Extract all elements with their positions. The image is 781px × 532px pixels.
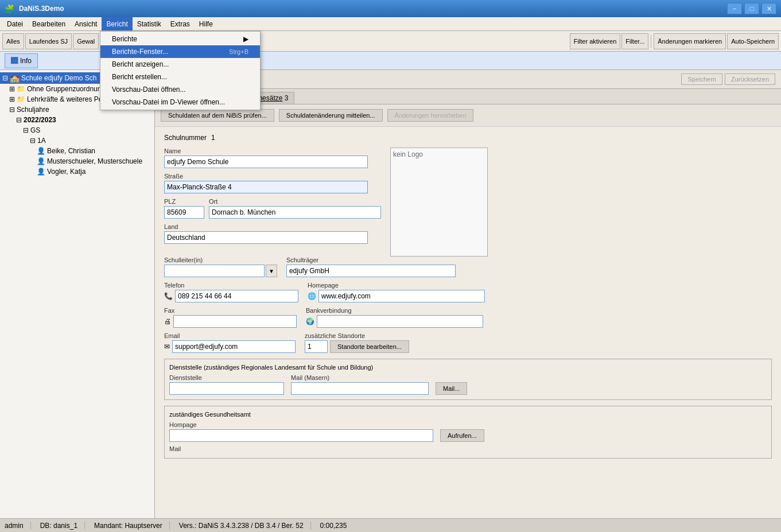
- gesundheitsamt-homepage-group: Hompage: [169, 421, 433, 442]
- person-icon2: 👤: [37, 157, 45, 165]
- menu-bericht[interactable]: Bericht: [102, 17, 132, 30]
- gesundheitsamt-mail-group: Mail: [169, 445, 767, 452]
- homepage-label: Homepage: [308, 282, 485, 289]
- name-row: Name: [164, 147, 381, 168]
- logo-box: kein Logo: [390, 147, 488, 257]
- person-icon3: 👤: [37, 168, 45, 176]
- maximize-button[interactable]: □: [744, 3, 759, 14]
- dienststelle-label: Dienststelle: [169, 374, 284, 381]
- dropdown-item-dviewer[interactable]: Vorschau-Datei im D-Viewer öffnen...: [100, 96, 260, 108]
- schulleiter-input[interactable]: [164, 265, 265, 277]
- bank-input[interactable]: [317, 315, 483, 328]
- menu-statistik[interactable]: Statistik: [133, 17, 166, 30]
- telefon-label: Telefon: [164, 282, 298, 289]
- filter-btn[interactable]: Filter...: [621, 33, 648, 49]
- sidebar-item-label-vogler: Vogler, Katja: [47, 168, 86, 176]
- strasse-label: Straße: [164, 173, 381, 180]
- logo-text: kein Logo: [393, 150, 423, 158]
- dropdown-item-vorschau[interactable]: Vorschau-Datei öffnen...: [100, 83, 260, 96]
- homepage-field: 🌐: [308, 290, 485, 302]
- aenderungen-hervorheben-btn[interactable]: Änderungen hervorheben: [387, 109, 474, 122]
- dropdown-label-dviewer: Vorschau-Datei im D-Viewer öffnen...: [112, 98, 225, 106]
- land-row: Land: [164, 223, 381, 244]
- name-group: Name Straße PLZ: [164, 147, 381, 257]
- status-bar: admin DB: danis_1 Mandant: Hauptserver V…: [0, 518, 781, 532]
- window-controls: − □ ✕: [727, 3, 776, 14]
- schuldaten-mitteilen-btn[interactable]: Schuldatenänderung mitteilen...: [279, 109, 383, 122]
- info-button[interactable]: 🅰 Info: [5, 53, 38, 68]
- aufrufen-btn[interactable]: Aufrufen...: [440, 429, 484, 442]
- aenderungen-markieren-btn[interactable]: Änderungen markieren: [654, 33, 726, 49]
- toolbar-alles[interactable]: Alles: [2, 33, 24, 49]
- sidebar-item-label-1a: 1A: [37, 137, 46, 145]
- strasse-input[interactable]: [164, 181, 368, 193]
- save-button[interactable]: Speichern: [681, 73, 722, 85]
- toolbar-laufendes[interactable]: Laufendes SJ: [25, 33, 72, 49]
- sidebar-item-gs[interactable]: ⊟ GS: [0, 125, 154, 135]
- email-group: Email ✉: [164, 332, 296, 353]
- mail-masern-input[interactable]: [291, 382, 429, 395]
- dienststelle-row: Dienststelle Mail (Masern) Mail...: [169, 374, 767, 395]
- dropdown-label-fenster: Berichte-Fenster...: [112, 48, 168, 56]
- menu-ansicht[interactable]: Ansicht: [70, 17, 102, 30]
- telefon-input[interactable]: [175, 290, 298, 302]
- land-input[interactable]: [164, 231, 368, 244]
- dropdown-item-anzeigen[interactable]: Bericht anzeigen...: [100, 58, 260, 71]
- ort-input[interactable]: [209, 206, 381, 219]
- header-buttons: Speichern Zurücksetzen: [681, 73, 775, 85]
- menu-bearbeiten[interactable]: Bearbeiten: [28, 17, 70, 30]
- reset-button[interactable]: Zurücksetzen: [725, 73, 775, 85]
- fax-input[interactable]: [173, 315, 297, 328]
- menu-bar: Datei Bearbeiten Ansicht Bericht Statist…: [0, 17, 781, 31]
- menu-hilfe[interactable]: Hilfe: [195, 17, 217, 30]
- sidebar-item-2022[interactable]: ⊟ 2022/2023: [0, 115, 154, 125]
- dropdown-item-erstellen[interactable]: Bericht erstellen...: [100, 71, 260, 83]
- telefon-field: 📞: [164, 290, 298, 302]
- sidebar-item-muster[interactable]: 👤 Musterschueler, Musterschuele: [0, 156, 154, 166]
- expand-icon4: ⊟: [16, 116, 22, 124]
- dropdown-label-anzeigen: Bericht anzeigen...: [112, 60, 169, 68]
- dropdown-label-berichte: Berichte: [112, 35, 137, 43]
- dropdown-item-fenster[interactable]: Berichte-Fenster... Strg+B: [100, 45, 260, 58]
- fax-label: Fax: [164, 307, 297, 314]
- toolbar-gewal[interactable]: Gewal: [73, 33, 99, 49]
- bank-label: Bankverbindung: [306, 307, 483, 314]
- bank-icon: 🌍: [306, 317, 314, 325]
- telefon-homepage-row: Telefon 📞 Homepage 🌐: [164, 282, 772, 302]
- mail-masern-group: Mail (Masern): [291, 374, 429, 395]
- schuldaten-pruefen-btn[interactable]: Schuldaten auf dem NiBiS prüfen...: [161, 109, 274, 122]
- homepage-input[interactable]: [318, 290, 485, 302]
- dienststelle-box: Dienststelle (zuständiges Regionales Lan…: [164, 359, 772, 400]
- status-mandant: Mandant: Hauptserver: [94, 522, 170, 530]
- expand-icon5: ⊟: [23, 126, 29, 134]
- minimize-button[interactable]: −: [727, 3, 742, 14]
- schulleiter-dropdown-btn[interactable]: ▼: [266, 265, 277, 277]
- dienststelle-input[interactable]: [169, 382, 284, 395]
- filter-aktivieren-btn[interactable]: Filter aktivieren: [570, 33, 621, 49]
- schulnummer-row: Schulnummer 1: [164, 134, 772, 142]
- email-input[interactable]: [172, 340, 296, 353]
- name-input[interactable]: [164, 156, 368, 168]
- gesundheitsamt-box: zuständiges Gesundheitsamt Hompage Aufru…: [164, 406, 772, 459]
- sidebar-item-vogler[interactable]: 👤 Vogler, Katja: [0, 166, 154, 177]
- fax-bank-row: Fax 🖨 Bankverbindung 🌍: [164, 307, 772, 328]
- plz-input[interactable]: [164, 206, 204, 219]
- main-layout: ⊟ 🏫 Schule edjufy Demo Sch ⊞ 📁 Ohne Grup…: [0, 70, 781, 518]
- email-icon: ✉: [164, 343, 170, 351]
- telefon-group: Telefon 📞: [164, 282, 298, 302]
- mail-btn[interactable]: Mail...: [436, 382, 467, 395]
- standorte-bearbeiten-btn[interactable]: Standorte bearbeiten...: [330, 340, 409, 353]
- school-icon: ⊟: [2, 74, 8, 82]
- standorte-input[interactable]: [305, 340, 328, 353]
- sidebar-item-1a[interactable]: ⊟ 1A: [0, 135, 154, 146]
- separator5: [651, 34, 651, 48]
- dropdown-item-berichte[interactable]: Berichte ▶: [100, 33, 260, 45]
- auto-speichern-btn[interactable]: Auto-Speichern: [727, 33, 779, 49]
- schultraeger-input[interactable]: [286, 265, 456, 277]
- gesundheitsamt-homepage-input[interactable]: [169, 429, 433, 442]
- dropdown-label-erstellen: Bericht erstellen...: [112, 73, 167, 81]
- menu-datei[interactable]: Datei: [2, 17, 28, 30]
- menu-extras[interactable]: Extras: [166, 17, 195, 30]
- close-button[interactable]: ✕: [761, 3, 776, 14]
- sidebar-item-beike[interactable]: 👤 Beike, Christian: [0, 146, 154, 156]
